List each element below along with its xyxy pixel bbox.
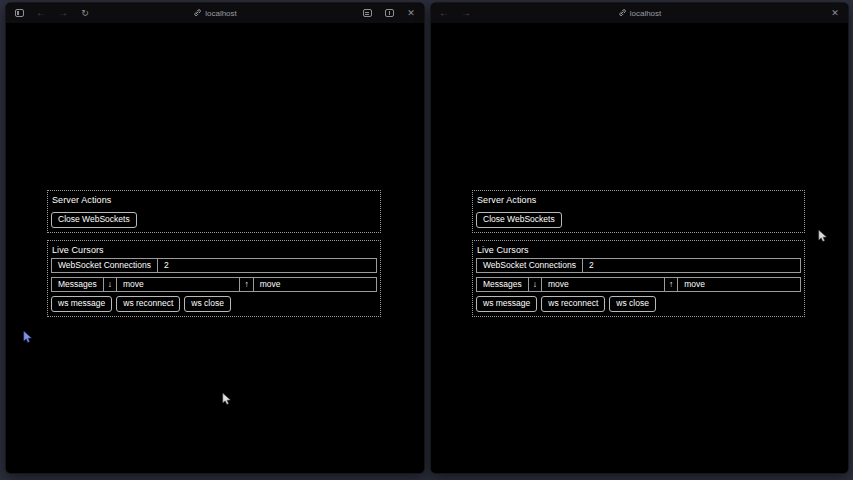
arrow-down-icon: ↓ <box>104 278 117 291</box>
titlebar: ← → ↻ localhost ✕ <box>6 3 424 23</box>
page-content: Server Actions Close WebSockets Live Cur… <box>431 23 848 474</box>
link-icon <box>193 9 201 17</box>
titlebar: ← → localhost ✕ <box>431 3 848 23</box>
live-cursors-panel: Live Cursors WebSocket Connections 2 Mes… <box>47 240 381 317</box>
server-actions-legend: Server Actions <box>51 194 377 208</box>
last-received-message: move <box>542 278 665 291</box>
back-icon[interactable]: ← <box>35 7 47 19</box>
last-sent-message: move <box>678 278 800 291</box>
server-actions-panel: Server Actions Close WebSockets <box>472 190 805 233</box>
forward-icon[interactable]: → <box>57 7 69 19</box>
close-websockets-button[interactable]: Close WebSockets <box>476 212 562 228</box>
connections-value: 2 <box>583 259 800 272</box>
messages-row: Messages ↓ move ↑ move <box>476 277 801 292</box>
live-cursors-panel: Live Cursors WebSocket Connections 2 Mes… <box>472 240 805 317</box>
forward-icon[interactable]: → <box>460 7 472 19</box>
close-icon[interactable]: ✕ <box>405 7 417 19</box>
last-received-message: move <box>117 278 240 291</box>
connections-label: WebSocket Connections <box>52 259 158 272</box>
desktop: { "windows": [ { "title": "localhost", "… <box>0 0 853 480</box>
messages-label: Messages <box>477 278 529 291</box>
page-content: Server Actions Close WebSockets Live Cur… <box>6 23 424 474</box>
reload-icon[interactable]: ↻ <box>79 7 91 19</box>
page-title: localhost <box>205 9 237 18</box>
address-title: localhost <box>431 3 848 23</box>
close-websockets-button[interactable]: Close WebSockets <box>51 212 137 228</box>
last-sent-message: move <box>254 278 376 291</box>
ws-reconnect-button[interactable]: ws reconnect <box>541 296 605 312</box>
arrow-up-icon: ↑ <box>665 278 678 291</box>
ws-reconnect-button[interactable]: ws reconnect <box>116 296 180 312</box>
browser-window-left: ← → ↻ localhost ✕ Server Actions Close W… <box>5 2 425 474</box>
connections-row: WebSocket Connections 2 <box>51 258 377 273</box>
close-icon[interactable]: ✕ <box>829 7 841 19</box>
page-title: localhost <box>630 9 662 18</box>
messages-label: Messages <box>52 278 104 291</box>
browser-window-right: ← → localhost ✕ Server Actions Close Web… <box>430 2 849 474</box>
messages-row: Messages ↓ move ↑ move <box>51 277 377 292</box>
back-icon[interactable]: ← <box>438 7 450 19</box>
sidebar-toggle-icon[interactable] <box>13 7 25 19</box>
connections-label: WebSocket Connections <box>477 259 583 272</box>
ws-close-button[interactable]: ws close <box>184 296 231 312</box>
server-actions-panel: Server Actions Close WebSockets <box>47 190 381 233</box>
link-icon <box>618 9 626 17</box>
connections-value: 2 <box>158 259 376 272</box>
reader-view-icon[interactable] <box>361 7 373 19</box>
ws-buttons-row: ws message ws reconnect ws close <box>476 296 801 312</box>
arrow-up-icon: ↑ <box>240 278 253 291</box>
arrow-down-icon: ↓ <box>529 278 542 291</box>
ws-message-button[interactable]: ws message <box>51 296 112 312</box>
ws-close-button[interactable]: ws close <box>609 296 656 312</box>
connections-row: WebSocket Connections 2 <box>476 258 801 273</box>
ws-message-button[interactable]: ws message <box>476 296 537 312</box>
split-view-icon[interactable] <box>383 7 395 19</box>
live-cursors-legend: Live Cursors <box>51 244 377 258</box>
server-actions-legend: Server Actions <box>476 194 801 208</box>
ws-buttons-row: ws message ws reconnect ws close <box>51 296 377 312</box>
live-cursors-legend: Live Cursors <box>476 244 801 258</box>
